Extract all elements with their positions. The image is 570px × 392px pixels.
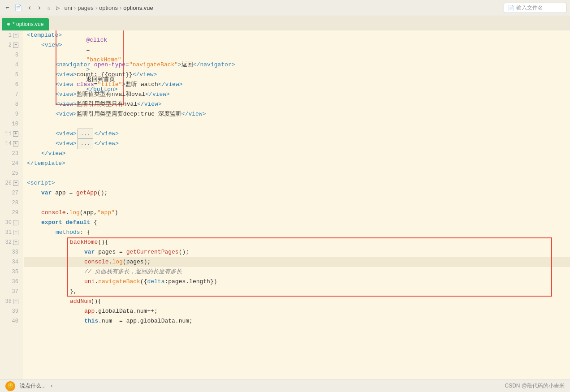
code-line-10 bbox=[24, 119, 570, 129]
ln-7: 7 bbox=[0, 90, 22, 99]
bottom-bar: 😊 说点什么... ‹ CSDN @敲代码的小吉米 bbox=[0, 379, 570, 392]
code-line-24: </template> bbox=[24, 159, 570, 168]
code-line-39: app .globalData.num++; bbox=[24, 306, 570, 316]
ln-24: 24 bbox=[0, 159, 22, 168]
tab-bar: * options.vue bbox=[0, 16, 570, 30]
ln-27: 27 bbox=[0, 188, 22, 198]
code-line-7: <view> 监听值类型有nval和oval </view> bbox=[24, 90, 570, 99]
breadcrumb-options[interactable]: options bbox=[99, 4, 118, 11]
fold-32[interactable]: − bbox=[13, 240, 18, 245]
ln-10: 10 bbox=[0, 119, 22, 129]
code-line-27: var app = getApp () ; bbox=[24, 188, 570, 198]
ln-14: 14+ bbox=[0, 139, 22, 149]
code-line-29: console . log (app, "app" ) bbox=[24, 208, 570, 218]
ln-1: 1− bbox=[0, 30, 22, 40]
breadcrumb-file: options.vue bbox=[123, 4, 153, 11]
ln-23: 23 bbox=[0, 149, 22, 159]
ln-34: 34 bbox=[0, 257, 22, 267]
file-icon[interactable]: 📄 bbox=[13, 3, 24, 13]
code-line-34: console . log (pages); bbox=[24, 257, 570, 267]
ln-11: 11+ bbox=[0, 129, 22, 139]
fold-26[interactable]: − bbox=[13, 181, 18, 186]
code-line-26: <script> bbox=[24, 178, 570, 188]
fold-30[interactable]: − bbox=[13, 220, 18, 225]
code-content: <template> <view> <button @click = "back… bbox=[22, 30, 570, 379]
top-bar: ⬅ 📄 ‹ › ☆ ▷ uni › pages › options › opti… bbox=[0, 0, 570, 16]
code-line-9: <view> 监听引用类型需要deep:true 深度监听 </view> bbox=[24, 109, 570, 119]
breadcrumb: uni › pages › options › options.vue bbox=[65, 4, 501, 11]
breadcrumb-pages[interactable]: pages bbox=[78, 4, 93, 11]
code-line-31: methods : { bbox=[24, 228, 570, 237]
ln-32: 32− bbox=[0, 237, 22, 247]
next-icon[interactable]: › bbox=[35, 3, 43, 13]
ln-5: 5 bbox=[0, 70, 22, 80]
ln-28: 28 bbox=[0, 198, 22, 208]
ln-37: 37 bbox=[0, 287, 22, 297]
ln-31: 31− bbox=[0, 228, 22, 237]
chat-input[interactable]: 说点什么... bbox=[20, 382, 46, 390]
code-line-23: </view> bbox=[24, 149, 570, 159]
code-line-8: <view> 监听引用类型只有nval </view> bbox=[24, 99, 570, 109]
ln-2: 2− bbox=[0, 40, 22, 50]
nav-icons[interactable]: ⬅ 📄 ‹ › ☆ ▷ bbox=[4, 3, 62, 13]
ln-38: 38− bbox=[0, 297, 22, 306]
fold-1[interactable]: − bbox=[13, 33, 18, 38]
ln-26: 26− bbox=[0, 178, 22, 188]
fold-14[interactable]: + bbox=[13, 141, 18, 146]
fold-38[interactable]: − bbox=[13, 299, 18, 304]
ln-39: 39 bbox=[0, 306, 22, 316]
credit-text: CSDN @敲代码的小吉米 bbox=[505, 382, 565, 390]
ln-33: 33 bbox=[0, 247, 22, 257]
tab-label: * options.vue bbox=[13, 21, 43, 27]
play-icon[interactable]: ▷ bbox=[54, 3, 61, 13]
code-line-40: this .num = app.globalData.num; bbox=[24, 316, 570, 326]
ln-30: 30− bbox=[0, 218, 22, 228]
back-icon[interactable]: ⬅ bbox=[4, 3, 11, 13]
breadcrumb-uni[interactable]: uni bbox=[65, 4, 72, 11]
ln-25: 25 bbox=[0, 168, 22, 178]
code-line-33: var pages = getCurrentPages (); bbox=[24, 247, 570, 257]
code-line-11: <view> ... </view> bbox=[24, 129, 570, 139]
search-box[interactable]: 📄 输入文件名 bbox=[504, 3, 566, 13]
code-line-25 bbox=[24, 168, 570, 178]
code-line-38: addNum (){ bbox=[24, 297, 570, 306]
prev-icon[interactable]: ‹ bbox=[26, 3, 34, 13]
ln-4: 4 bbox=[0, 60, 22, 70]
file-tab[interactable]: * options.vue bbox=[2, 18, 49, 30]
line-numbers: 1− 2− 3 4 5 6 7 8 9 10 11+ 14+ 23 24 25 … bbox=[0, 30, 22, 379]
avatar: 😊 bbox=[5, 381, 15, 391]
code-line-6: <view class = "title" > 监听 watch </view> bbox=[24, 80, 570, 90]
fold-2[interactable]: − bbox=[13, 43, 18, 48]
code-line-5: <view> count: {{count}} </view> bbox=[24, 70, 570, 80]
ln-36: 36 bbox=[0, 277, 22, 287]
fold-31[interactable]: − bbox=[13, 230, 18, 235]
file-search-icon: 📄 bbox=[508, 5, 514, 11]
star-icon[interactable]: ☆ bbox=[45, 3, 52, 13]
code-line-3: <button @click = "backHome" > 返回到首页 </bu… bbox=[24, 50, 570, 60]
code-line-32: backHome (){ bbox=[24, 237, 570, 247]
ln-8: 8 bbox=[0, 99, 22, 109]
code-line-30: export default { bbox=[24, 218, 570, 228]
code-line-28 bbox=[24, 198, 570, 208]
ln-3: 3 bbox=[0, 50, 22, 60]
ln-6: 6 bbox=[0, 80, 22, 90]
code-line-4: <navigator open-type = "navigateBack" > … bbox=[24, 60, 570, 70]
ln-29: 29 bbox=[0, 208, 22, 218]
red-box-container: backHome (){ var pages = getCurrentPages… bbox=[24, 237, 570, 297]
code-line-14: <view> ... </view> bbox=[24, 139, 570, 149]
ln-9: 9 bbox=[0, 109, 22, 119]
code-editor: 1− 2− 3 4 5 6 7 8 9 10 11+ 14+ 23 24 25 … bbox=[0, 30, 570, 379]
search-placeholder: 输入文件名 bbox=[516, 4, 543, 12]
ln-35: 35 bbox=[0, 267, 22, 277]
code-line-35: // 页面栈有多长，返回的长度有多长 bbox=[24, 267, 570, 277]
code-line-37: }, bbox=[24, 287, 570, 297]
fold-11[interactable]: + bbox=[13, 131, 18, 137]
code-line-36: uni . navigateBack ({ delta :pages.lengt… bbox=[24, 277, 570, 287]
chevron-icon[interactable]: ‹ bbox=[50, 383, 53, 389]
ln-40: 40 bbox=[0, 316, 22, 326]
tab-dot bbox=[7, 23, 10, 26]
